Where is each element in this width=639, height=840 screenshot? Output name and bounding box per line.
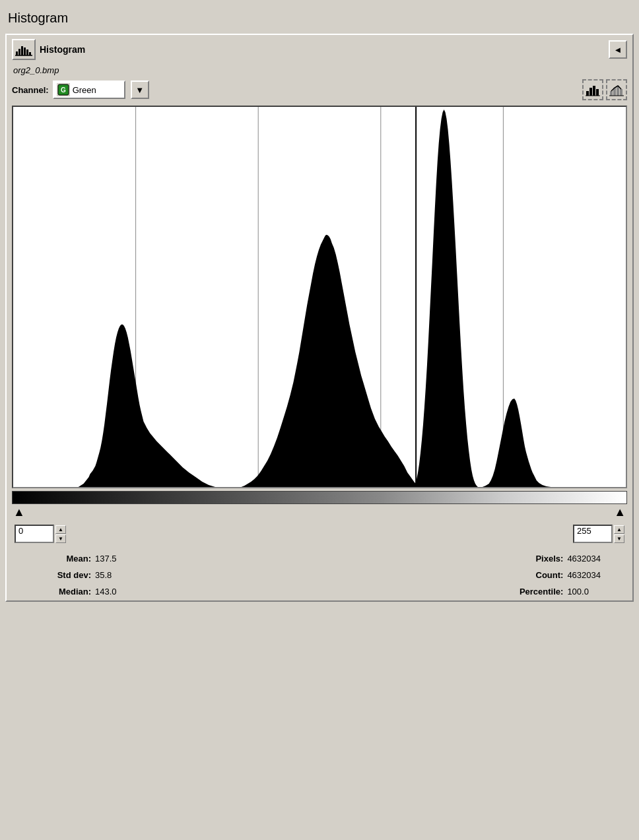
histogram-svg — [13, 107, 626, 487]
window-title: Histogram — [5, 5, 634, 34]
min-increment-button[interactable]: ▲ — [55, 525, 66, 534]
count-label: Count: — [510, 570, 563, 580]
stats-section: Mean: 137.5 Std dev: 35.8 Median: 143.0 … — [12, 554, 627, 597]
panel-title-row: Histogram — [12, 39, 85, 60]
slider-left-arrow[interactable]: ▲ — [13, 505, 25, 519]
max-spinbox: 255 ▲ ▼ — [573, 525, 624, 543]
percentile-label: Percentile: — [510, 587, 563, 597]
min-spinbox: 0 ▲ ▼ — [15, 525, 66, 543]
channel-value: Green — [73, 85, 121, 95]
svg-rect-3 — [24, 48, 26, 55]
mean-value: 137.5 — [95, 554, 117, 564]
stats-left-column: Mean: 137.5 Std dev: 35.8 Median: 143.0 — [38, 554, 117, 597]
pixels-value: 4632034 — [567, 554, 601, 564]
median-label: Median: — [38, 587, 91, 597]
count-row: Count: 4632034 — [510, 570, 601, 580]
svg-rect-0 — [16, 51, 18, 55]
pixels-row: Pixels: 4632034 — [510, 554, 601, 564]
mean-label: Mean: — [38, 554, 91, 564]
min-spinbox-buttons: ▲ ▼ — [55, 525, 66, 543]
min-decrement-button[interactable]: ▼ — [55, 534, 66, 543]
histogram-panel: Histogram ◄ org2_0.bmp Channel: G — [5, 34, 634, 602]
line-chart-icon — [609, 83, 624, 96]
max-spinbox-buttons: ▲ ▼ — [614, 525, 624, 543]
histogram-icon — [15, 42, 32, 57]
max-increment-button[interactable]: ▲ — [614, 525, 624, 534]
range-slider-row: ▲ ▲ — [12, 505, 627, 519]
stddev-row: Std dev: 35.8 — [38, 570, 117, 580]
median-value: 143.0 — [95, 587, 117, 597]
slider-right-arrow[interactable]: ▲ — [614, 505, 626, 519]
percentile-row: Percentile: 100.0 — [510, 587, 601, 597]
range-input-row: 0 ▲ ▼ 255 ▲ ▼ — [12, 525, 627, 543]
svg-rect-12 — [596, 89, 599, 96]
svg-rect-9 — [586, 91, 589, 96]
channel-dropdown-button[interactable]: ▼ — [131, 81, 149, 99]
svg-rect-17 — [620, 89, 622, 96]
range-min-input-group: 0 ▲ ▼ — [15, 525, 66, 543]
percentile-value: 100.0 — [567, 587, 589, 597]
histogram-chart-area — [12, 106, 627, 488]
stddev-value: 35.8 — [95, 570, 112, 580]
channel-left: Channel: G Green ▼ — [12, 81, 149, 99]
channel-select-box: G Green — [53, 81, 125, 99]
channel-label: Channel: — [12, 85, 49, 95]
svg-rect-4 — [26, 49, 28, 55]
bar-chart-icon — [586, 83, 600, 96]
count-value: 4632034 — [567, 570, 601, 580]
mean-row: Mean: 137.5 — [38, 554, 117, 564]
svg-rect-10 — [589, 88, 592, 96]
stats-right-column: Pixels: 4632034 Count: 4632034 Percentil… — [510, 554, 601, 597]
main-window: Histogram Histogram — [0, 0, 639, 840]
line-chart-button[interactable] — [606, 79, 627, 100]
max-decrement-button[interactable]: ▼ — [614, 534, 624, 543]
median-row: Median: 143.0 — [38, 587, 117, 597]
panel-header: Histogram ◄ — [12, 39, 627, 60]
pixels-label: Pixels: — [510, 554, 563, 564]
stddev-label: Std dev: — [38, 570, 91, 580]
channel-color-icon: G — [57, 83, 70, 96]
svg-text:G: G — [61, 86, 66, 94]
chevron-down-icon: ▼ — [135, 85, 144, 95]
histogram-panel-icon — [12, 39, 36, 60]
channel-row: Channel: G Green ▼ — [12, 79, 627, 100]
range-max-input-group: 255 ▲ ▼ — [573, 525, 624, 543]
max-value-field[interactable]: 255 — [573, 525, 613, 543]
collapse-button[interactable]: ◄ — [609, 40, 627, 59]
svg-rect-14 — [610, 91, 613, 96]
min-value-field[interactable]: 0 — [15, 525, 54, 543]
svg-rect-1 — [18, 49, 20, 55]
svg-rect-11 — [593, 86, 595, 96]
gradient-bar — [12, 491, 627, 504]
panel-title-label: Histogram — [40, 44, 85, 55]
svg-rect-2 — [21, 46, 23, 55]
file-name: org2_0.bmp — [12, 65, 627, 75]
green-channel-icon: G — [57, 84, 69, 96]
channel-right — [582, 79, 627, 100]
bar-chart-button[interactable] — [582, 79, 603, 100]
